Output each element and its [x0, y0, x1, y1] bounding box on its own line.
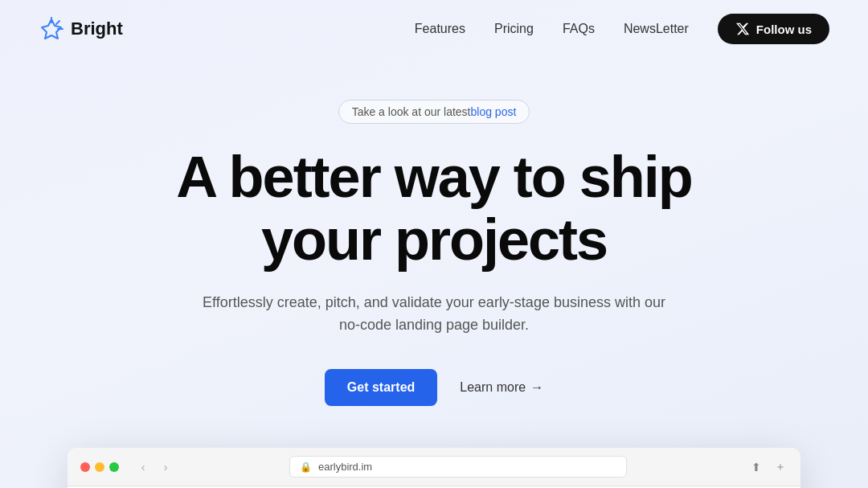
- new-tab-icon[interactable]: ＋: [773, 460, 788, 474]
- get-started-button[interactable]: Get started: [325, 369, 437, 406]
- browser-action-icons: ⬆ ＋: [749, 460, 788, 474]
- hero-subtitle: Effortlessly create, pitch, and validate…: [201, 291, 667, 338]
- nav-links: Features Pricing FAQs NewsLetter Follow …: [415, 14, 829, 44]
- nav-item-newsletter[interactable]: NewsLetter: [624, 22, 689, 36]
- minimize-dot[interactable]: [95, 462, 104, 472]
- browser-nav-buttons: ‹ ›: [135, 459, 174, 475]
- traffic-lights: [80, 462, 119, 472]
- close-dot[interactable]: [80, 462, 90, 472]
- follow-btn-label: Follow us: [756, 23, 812, 36]
- logo-text: Bright: [71, 18, 123, 39]
- share-icon[interactable]: ⬆: [749, 460, 764, 474]
- browser-toolbar: ‹ › 🔒 earlybird.im ⬆ ＋: [68, 448, 800, 486]
- back-button[interactable]: ‹: [135, 459, 151, 475]
- learn-more-link[interactable]: Learn more →: [460, 380, 543, 395]
- hero-actions: Get started Learn more →: [325, 369, 543, 406]
- nav-item-features[interactable]: Features: [415, 22, 465, 36]
- forward-button[interactable]: ›: [158, 459, 174, 475]
- learn-more-text: Learn more: [460, 380, 526, 395]
- nav-item-pricing[interactable]: Pricing: [494, 22, 534, 36]
- url-text: earlybird.im: [318, 461, 372, 473]
- nav-item-faqs[interactable]: FAQs: [563, 22, 595, 36]
- browser-mockup: ‹ › 🔒 earlybird.im ⬆ ＋ 🐦 EarlyBird: [68, 448, 800, 488]
- lock-icon: 🔒: [300, 461, 312, 473]
- hero-title-line1: A better way to ship: [176, 145, 691, 209]
- hero-title-line2: your projects: [261, 207, 607, 272]
- hero-title: A better way to ship your projects: [176, 146, 691, 272]
- follow-us-button[interactable]: Follow us: [718, 14, 829, 44]
- logo-icon: [39, 16, 64, 42]
- learn-more-arrow: →: [530, 380, 543, 395]
- navbar: Bright Features Pricing FAQs NewsLetter …: [0, 0, 868, 58]
- maximize-dot[interactable]: [109, 462, 119, 472]
- hero-section: Take a look at our latest blog post A be…: [0, 58, 868, 488]
- badge-link[interactable]: blog post: [471, 105, 517, 118]
- address-bar[interactable]: 🔒 earlybird.im: [289, 456, 627, 478]
- logo-link[interactable]: Bright: [39, 16, 123, 42]
- blog-badge: Take a look at our latest blog post: [338, 100, 530, 124]
- x-twitter-icon: [735, 22, 750, 36]
- badge-text: Take a look at our latest: [352, 105, 471, 118]
